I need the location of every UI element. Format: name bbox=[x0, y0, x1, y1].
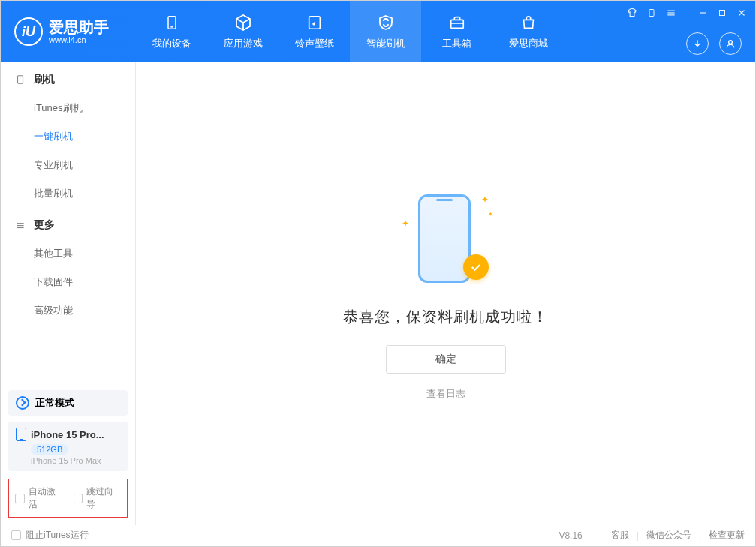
toolbox-icon bbox=[447, 13, 467, 32]
nav-store[interactable]: 爱思商城 bbox=[492, 1, 564, 62]
view-log-link[interactable]: 查看日志 bbox=[426, 387, 465, 401]
sidebar: 刷机 iTunes刷机 一键刷机 专业刷机 批量刷机 更多 其他工具 下载固件 … bbox=[1, 62, 136, 525]
success-illustration: ✦ ✦ ✦ bbox=[397, 190, 495, 287]
app-title: 爱思助手 bbox=[49, 19, 109, 35]
sidebar-item-oneclick-flash[interactable]: 一键刷机 bbox=[1, 122, 135, 151]
music-note-icon bbox=[305, 13, 324, 32]
sidebar-section-flash: 刷机 bbox=[1, 62, 135, 94]
maximize-icon[interactable] bbox=[716, 7, 728, 19]
phone-icon bbox=[162, 13, 182, 32]
sidebar-item-itunes-flash[interactable]: iTunes刷机 bbox=[1, 94, 135, 122]
device-small-icon bbox=[14, 74, 26, 86]
refresh-shield-icon bbox=[376, 13, 396, 32]
main-content: ✦ ✦ ✦ 恭喜您，保资料刷机成功啦！ 确定 查看日志 bbox=[136, 62, 755, 525]
window-controls bbox=[626, 7, 748, 19]
check-update-link[interactable]: 检查更新 bbox=[709, 529, 745, 542]
sidebar-item-pro-flash[interactable]: 专业刷机 bbox=[1, 151, 135, 179]
checkbox-icon bbox=[15, 494, 25, 503]
sidebar-item-batch-flash[interactable]: 批量刷机 bbox=[1, 179, 135, 208]
sidebar-section-more: 更多 bbox=[1, 208, 135, 239]
device-phone-icon bbox=[16, 428, 26, 441]
user-button[interactable] bbox=[719, 32, 742, 55]
wechat-link[interactable]: 微信公众号 bbox=[646, 529, 691, 542]
checkbox-icon bbox=[11, 530, 21, 540]
svg-rect-4 bbox=[450, 20, 463, 28]
checkbox-skip-wizard[interactable]: 跳过向导 bbox=[74, 485, 122, 511]
bag-icon bbox=[519, 13, 538, 32]
sparkle-icon: ✦ bbox=[402, 218, 409, 229]
options-highlight-box: 自动激活 跳过向导 bbox=[8, 479, 128, 518]
device-model: iPhone 15 Pro Max bbox=[16, 456, 120, 465]
mode-normal-icon bbox=[16, 396, 29, 410]
version-label: V8.16 bbox=[559, 530, 582, 541]
download-button[interactable] bbox=[686, 32, 709, 55]
nav-my-device[interactable]: 我的设备 bbox=[136, 1, 207, 62]
footer: 阻止iTunes运行 V8.16 客服 | 微信公众号 | 检查更新 bbox=[1, 524, 755, 546]
nav-toolbox[interactable]: 工具箱 bbox=[421, 1, 492, 62]
svg-point-15 bbox=[729, 41, 733, 44]
sidebar-item-advanced[interactable]: 高级功能 bbox=[1, 296, 135, 325]
logo-icon: iU bbox=[14, 17, 43, 46]
nav-ringtones[interactable]: 铃声壁纸 bbox=[279, 1, 350, 62]
checkbox-auto-activate[interactable]: 自动激活 bbox=[15, 485, 63, 511]
more-icon bbox=[14, 219, 26, 231]
checkbox-icon bbox=[74, 494, 83, 503]
svg-rect-16 bbox=[18, 76, 23, 84]
nav-apps-games[interactable]: 应用游戏 bbox=[207, 1, 279, 62]
check-badge-icon bbox=[463, 254, 489, 280]
cube-icon bbox=[233, 13, 253, 32]
minimize-icon[interactable] bbox=[697, 7, 709, 19]
device-storage: 512GB bbox=[31, 444, 68, 455]
svg-rect-6 bbox=[649, 10, 654, 17]
logo-area: iU 爱思助手 www.i4.cn bbox=[1, 1, 136, 62]
mobile-icon[interactable] bbox=[646, 7, 658, 19]
sidebar-item-download-firmware[interactable]: 下载固件 bbox=[1, 268, 135, 296]
close-icon[interactable] bbox=[736, 7, 748, 19]
mode-badge[interactable]: 正常模式 bbox=[8, 390, 128, 416]
device-card[interactable]: iPhone 15 Pro... 512GB iPhone 15 Pro Max bbox=[8, 422, 128, 471]
sidebar-item-other-tools[interactable]: 其他工具 bbox=[1, 239, 135, 268]
nav-smart-flash[interactable]: 智能刷机 bbox=[350, 1, 421, 62]
sparkle-icon: ✦ bbox=[481, 194, 489, 205]
sparkle-icon: ✦ bbox=[488, 211, 493, 218]
menu-icon[interactable] bbox=[665, 7, 677, 19]
checkbox-block-itunes[interactable]: 阻止iTunes运行 bbox=[11, 529, 89, 542]
app-url: www.i4.cn bbox=[49, 35, 109, 44]
support-link[interactable]: 客服 bbox=[611, 529, 629, 542]
success-message: 恭喜您，保资料刷机成功啦！ bbox=[343, 307, 548, 327]
skin-icon[interactable] bbox=[626, 7, 638, 19]
app-header: iU 爱思助手 www.i4.cn 我的设备 应用游戏 铃声壁纸 智能刷机 工具… bbox=[1, 1, 755, 62]
svg-rect-11 bbox=[720, 11, 725, 16]
phone-illustration-icon bbox=[418, 194, 471, 283]
confirm-button[interactable]: 确定 bbox=[386, 345, 506, 374]
device-name: iPhone 15 Pro... bbox=[31, 429, 104, 440]
main-nav: 我的设备 应用游戏 铃声壁纸 智能刷机 工具箱 爱思商城 bbox=[136, 1, 564, 62]
